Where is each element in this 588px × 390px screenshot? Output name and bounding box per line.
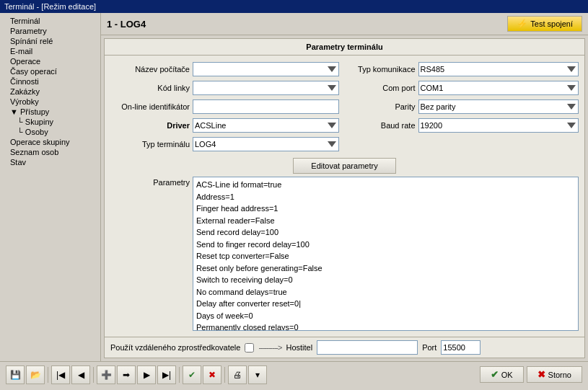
remote-checkbox[interactable] xyxy=(245,343,254,353)
remote-row: Použít vzdáleného zprostředkovatele ----… xyxy=(105,337,584,358)
driver-select[interactable]: ACSLine xyxy=(193,118,339,133)
remote-label: Použít vzdáleného zprostředkovatele xyxy=(110,343,240,352)
params-row: Parametry ACS-Line id format=true Addres… xyxy=(110,177,579,331)
parity-label: Parity xyxy=(351,102,416,111)
title-text: Terminál - [Režim editace] xyxy=(4,2,96,11)
sidebar: Terminál Parametry Spínání relé E-mail O… xyxy=(0,13,101,361)
test-connection-button[interactable]: ⚡ Test spojení xyxy=(507,16,582,32)
toolbar-separator-4 xyxy=(224,367,225,383)
panel-title: Parametry terminálu xyxy=(105,39,584,56)
print-menu-button[interactable]: ▾ xyxy=(248,365,267,384)
sidebar-item-operace-skupiny[interactable]: Operace skupiny xyxy=(0,137,100,147)
sidebar-item-pristupy[interactable]: ▼ Přístupy xyxy=(0,107,100,117)
last-button[interactable]: ▶| xyxy=(157,365,176,384)
print-button[interactable]: 🖨 xyxy=(228,365,247,384)
toolbar-separator-2 xyxy=(93,367,94,383)
sidebar-item-spinani-rele[interactable]: Spínání relé xyxy=(0,36,100,46)
toolbar-separator-1 xyxy=(48,367,48,383)
content-area: 1 - LOG4 ⚡ Test spojení Parametry termin… xyxy=(101,13,588,361)
discard-icon: ✖ xyxy=(209,370,216,380)
typ-terminalu-label: Typ terminálu xyxy=(110,140,190,149)
sidebar-item-vyrobky[interactable]: Výrobky xyxy=(0,97,100,107)
dropdown-icon: ▾ xyxy=(255,370,260,380)
sidebar-item-cinnosti[interactable]: Činnosti xyxy=(0,76,100,87)
last-icon: ▶| xyxy=(162,370,171,380)
form-right: Typ komunikace RS485 Com port COM1 xyxy=(351,61,579,152)
sidebar-item-seznam-osob[interactable]: Seznam osob xyxy=(0,147,100,157)
nazev-pocitace-label: Název počítače xyxy=(110,65,190,74)
sidebar-item-parametry[interactable]: Parametry xyxy=(0,26,100,36)
parameters-panel: Parametry terminálu Název počítače Kód xyxy=(104,38,585,358)
com-port-select[interactable]: COM1 xyxy=(418,81,579,95)
arrow-line: ----------> xyxy=(258,343,281,352)
sidebar-item-operace[interactable]: Operace xyxy=(0,56,100,66)
edit-parameters-button[interactable]: Editovat parametry xyxy=(293,158,395,174)
first-icon: |◀ xyxy=(56,370,65,380)
next-icon: ▶ xyxy=(144,370,150,380)
typ-terminalu-select[interactable]: LOG4 xyxy=(193,137,339,151)
sidebar-item-terminal[interactable]: Terminál xyxy=(0,16,100,26)
form-grid: Název počítače Kód linky O xyxy=(110,61,579,152)
baud-rate-row: Baud rate 19200 xyxy=(351,118,579,133)
toolbar-right: ✔ OK ✖ Storno xyxy=(480,366,582,383)
typ-terminalu-row: Typ terminálu LOG4 xyxy=(110,136,339,152)
sidebar-item-zakazky[interactable]: Zakázky xyxy=(0,87,100,97)
kod-linky-select[interactable] xyxy=(193,81,339,95)
com-port-label: Com port xyxy=(351,84,416,92)
com-port-row: Com port COM1 xyxy=(351,80,579,96)
sidebar-item-casy-operaci[interactable]: Časy operací xyxy=(0,66,100,76)
discard-button[interactable]: ✖ xyxy=(203,365,221,384)
next-button[interactable]: ▶ xyxy=(137,365,156,384)
parametry-label: Parametry xyxy=(110,177,190,331)
open-icon: 📂 xyxy=(30,370,41,380)
toolbar-separator-3 xyxy=(179,367,180,383)
nazev-pocitace-row: Název počítače xyxy=(110,61,339,77)
remove-icon: ➡ xyxy=(123,370,130,380)
driver-label: Driver xyxy=(110,121,190,130)
add-icon: ➕ xyxy=(101,370,112,380)
hostitel-label: Hostitel xyxy=(286,343,312,352)
print-icon: 🖨 xyxy=(233,370,242,380)
kod-linky-row: Kód linky xyxy=(110,80,339,96)
parity-select[interactable]: Bez parity xyxy=(418,99,579,114)
edit-button-row: Editovat parametry xyxy=(110,158,579,174)
toolbar-left: 💾 📂 |◀ ◀ ➕ ➡ ▶ ▶| ✔ ✖ xyxy=(6,365,267,384)
baud-rate-select[interactable]: 19200 xyxy=(418,118,579,133)
nazev-pocitace-select[interactable] xyxy=(193,62,339,76)
save-icon: 💾 xyxy=(10,370,21,380)
sidebar-item-stav[interactable]: Stav xyxy=(0,157,100,167)
bottom-toolbar: 💾 📂 |◀ ◀ ➕ ➡ ▶ ▶| ✔ ✖ xyxy=(0,361,588,387)
typ-komunikace-row: Typ komunikace RS485 xyxy=(351,61,579,77)
confirm-button[interactable]: ✔ xyxy=(183,365,201,384)
add-button[interactable]: ➕ xyxy=(97,365,115,384)
online-identifikator-input[interactable] xyxy=(193,99,339,114)
ok-check-icon: ✔ xyxy=(491,369,499,380)
parity-row: Parity Bez parity xyxy=(351,99,579,115)
tab-label: 1 - LOG4 xyxy=(107,19,146,30)
prev-icon: ◀ xyxy=(78,370,84,380)
open-button[interactable]: 📂 xyxy=(26,365,45,384)
online-identifikator-label: On-line identifikátor xyxy=(110,102,190,111)
ok-button[interactable]: ✔ OK xyxy=(480,366,524,383)
lightning-icon: ⚡ xyxy=(517,19,527,29)
cancel-button[interactable]: ✖ Storno xyxy=(527,366,582,383)
save-button[interactable]: 💾 xyxy=(6,365,25,384)
sidebar-item-email[interactable]: E-mail xyxy=(0,46,100,56)
main-layout: Terminál Parametry Spínání relé E-mail O… xyxy=(0,13,588,361)
parametry-textarea[interactable]: ACS-Line id format=true Address=1 Finger… xyxy=(193,177,579,331)
prev-button[interactable]: ◀ xyxy=(71,365,90,384)
sidebar-item-skupiny[interactable]: └ Skupiny xyxy=(0,117,100,127)
pristupy-arrow-icon: ▼ xyxy=(10,107,20,116)
kod-linky-label: Kód linky xyxy=(110,84,190,92)
panel-body: Název počítače Kód linky O xyxy=(105,56,584,337)
baud-rate-label: Baud rate xyxy=(351,121,416,130)
sidebar-item-osoby[interactable]: └ Osoby xyxy=(0,127,100,137)
port-input[interactable] xyxy=(441,340,481,355)
driver-row: Driver ACSLine xyxy=(110,118,339,133)
indent-dash2-icon: └ xyxy=(17,128,25,136)
typ-komunikace-select[interactable]: RS485 xyxy=(418,62,579,76)
hostitel-input[interactable] xyxy=(317,340,418,355)
title-bar: Terminál - [Režim editace] xyxy=(0,0,588,13)
first-button[interactable]: |◀ xyxy=(51,365,70,384)
remove-button[interactable]: ➡ xyxy=(117,365,136,384)
